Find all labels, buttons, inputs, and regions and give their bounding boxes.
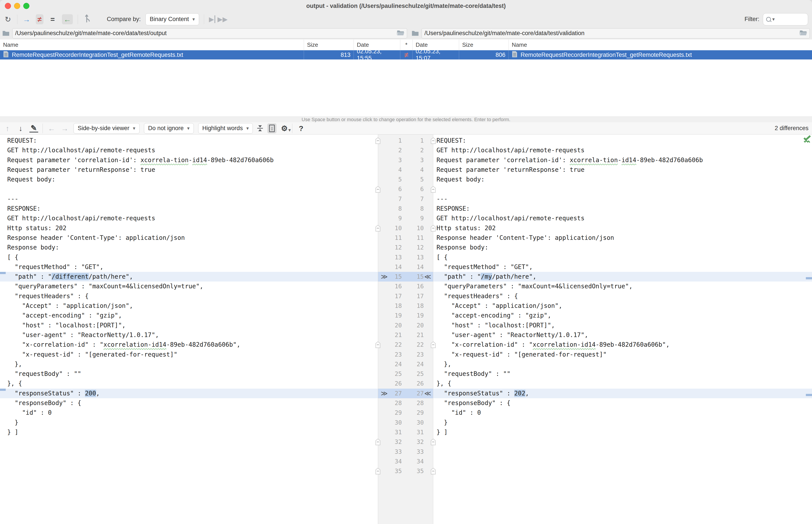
apply-right-chevron-icon[interactable]: ≫ xyxy=(379,272,389,281)
code-line: "responseBody" : { xyxy=(433,398,812,408)
column-header-size-right[interactable]: Size xyxy=(459,39,509,50)
line-number-right: 27 xyxy=(402,389,424,398)
line-number-right: 25 xyxy=(402,369,424,379)
gutter-row: 88 xyxy=(378,204,433,213)
code-line: "requestHeaders" : { xyxy=(433,291,812,301)
back-icon[interactable]: ← xyxy=(47,125,56,132)
gutter-row: 99 xyxy=(378,213,433,223)
filter-label: Filter: xyxy=(745,16,760,22)
right-diff-pane[interactable]: REQUEST:GET http://localhost/api/remote-… xyxy=(433,134,812,524)
highlight-mode-value: Highlight words xyxy=(202,125,243,132)
change-stripe-mark[interactable] xyxy=(806,277,812,279)
fold-anchor-icon[interactable] xyxy=(375,186,381,193)
gutter-row[interactable]: ≫1515≪ xyxy=(378,272,433,281)
change-stripe-mark[interactable] xyxy=(0,272,6,274)
open-folder-icon[interactable] xyxy=(397,29,404,37)
path-row: /Users/paulineschulze/git/mate/mate-core… xyxy=(0,27,812,40)
filter-input[interactable]: ▾ xyxy=(763,13,808,26)
line-number-right: 7 xyxy=(402,194,424,204)
apply-left-chevron-icon[interactable]: ≪ xyxy=(424,389,432,398)
viewer-mode-dropdown[interactable]: Side-by-side viewer ▾ xyxy=(74,123,140,134)
fold-anchor-icon[interactable] xyxy=(375,225,381,232)
fold-anchor-icon[interactable] xyxy=(431,438,436,446)
column-header-name-right[interactable]: Name xyxy=(509,39,812,50)
apply-left-chevron-icon[interactable]: ≪ xyxy=(424,272,432,281)
line-number-right: 15 xyxy=(402,272,424,281)
chevron-down-icon: ▾ xyxy=(133,126,135,131)
column-header-status[interactable]: * xyxy=(400,39,412,50)
show-difference-toggle[interactable]: ≠ xyxy=(36,14,44,24)
line-number-left: 19 xyxy=(389,311,402,321)
next-difference-icon[interactable]: ↓ xyxy=(16,125,25,132)
line-number-left: 27 xyxy=(389,389,402,398)
code-line xyxy=(433,447,812,457)
code-line: RESPONSE: xyxy=(433,204,812,213)
ignore-policy-dropdown[interactable]: Do not ignore ▾ xyxy=(144,123,194,134)
gutter-row: 2222 xyxy=(378,340,433,349)
gutter-row: 22 xyxy=(378,146,433,155)
column-header-size-left[interactable]: Size xyxy=(304,39,354,50)
highlight-mode-dropdown[interactable]: Highlight words ▾ xyxy=(198,123,253,134)
line-number-left: 8 xyxy=(389,204,402,213)
table-row[interactable]: RemoteRequestRecorderIntegrationTest_get… xyxy=(0,50,812,60)
code-line: "host" : "localhost:[PORT]", xyxy=(433,321,812,330)
open-folder-icon[interactable] xyxy=(799,29,807,37)
change-stripe-mark[interactable] xyxy=(0,389,6,391)
code-line: [ { xyxy=(0,252,378,262)
gutter-row: 3030 xyxy=(378,418,433,427)
gutter-row: 3131 xyxy=(378,427,433,437)
code-line: Request parameter 'returnResponse': true xyxy=(0,165,378,175)
gutter-row: 2121 xyxy=(378,330,433,340)
right-path-field[interactable]: /Users/paulineschulze/git/mate/mate-core… xyxy=(422,28,810,38)
edit-icon[interactable]: ✎ xyxy=(29,124,38,133)
refresh-icon[interactable]: ↻ xyxy=(3,16,12,23)
fold-anchor-icon[interactable] xyxy=(375,468,381,475)
fold-anchor-icon[interactable] xyxy=(431,225,436,232)
gutter-row[interactable]: ≫2727≪ xyxy=(378,389,433,398)
copy-right-arrow-icon[interactable]: → xyxy=(22,16,31,23)
code-line: }, xyxy=(433,359,812,369)
gutter-row: 1414 xyxy=(378,262,433,272)
fold-anchor-icon[interactable] xyxy=(431,186,436,193)
sync-all-icon[interactable]: ▶▶ xyxy=(217,15,228,23)
line-number-left: 3 xyxy=(389,155,402,165)
sync-selected-icon[interactable]: ▶ xyxy=(209,15,215,23)
previous-difference-icon[interactable]: ↑ xyxy=(3,125,12,132)
code-line: "responseStatus" : 200, xyxy=(0,389,378,398)
code-line: GET http://localhost/api/remote-requests xyxy=(433,213,812,223)
fold-anchor-icon[interactable] xyxy=(375,137,381,144)
copy-left-toggle[interactable]: ← xyxy=(62,14,73,24)
code-line: "path" : "/different/path/here", xyxy=(0,272,378,281)
gutter-row: 2424 xyxy=(378,359,433,369)
apply-right-chevron-icon[interactable]: ≫ xyxy=(379,389,389,398)
code-line xyxy=(0,447,378,457)
fold-anchor-icon[interactable] xyxy=(431,341,436,348)
help-icon[interactable]: ? xyxy=(297,125,306,132)
gutter-row: 1010 xyxy=(378,223,433,233)
line-number-left: 24 xyxy=(389,359,402,369)
code-line: }, xyxy=(0,359,378,369)
collapse-unchanged-icon[interactable] xyxy=(257,125,263,131)
column-header-name-left[interactable]: Name xyxy=(0,39,304,50)
forward-icon[interactable]: → xyxy=(60,125,69,132)
show-equal-toggle[interactable]: = xyxy=(48,16,57,23)
change-stripe-mark[interactable] xyxy=(806,394,812,396)
merge-branch-icon[interactable] xyxy=(83,15,91,24)
fold-anchor-icon[interactable] xyxy=(375,341,381,348)
fold-anchor-icon[interactable] xyxy=(375,438,381,446)
code-line: GET http://localhost/api/remote-requests xyxy=(433,146,812,155)
synchronize-scrolling-toggle[interactable]: ↕ xyxy=(267,123,277,133)
line-number-right: 17 xyxy=(402,291,424,301)
no-problems-checkmarks-icon[interactable] xyxy=(803,135,812,144)
line-number-left: 31 xyxy=(389,427,402,437)
left-path-field[interactable]: /Users/paulineschulze/git/mate/mate-core… xyxy=(12,28,407,38)
line-number-right: 9 xyxy=(402,213,424,223)
window-title: output - validation (/Users/paulineschul… xyxy=(0,0,812,12)
code-line: "requestHeaders" : { xyxy=(0,291,378,301)
line-number-right: 3 xyxy=(402,155,424,165)
settings-button[interactable]: ⚙ ▾ xyxy=(281,125,288,132)
compare-by-dropdown[interactable]: Binary Content ▾ xyxy=(146,13,199,25)
fold-anchor-icon[interactable] xyxy=(431,137,436,144)
fold-anchor-icon[interactable] xyxy=(431,468,436,475)
left-diff-pane[interactable]: REQUEST:GET http://localhost/api/remote-… xyxy=(0,134,378,524)
